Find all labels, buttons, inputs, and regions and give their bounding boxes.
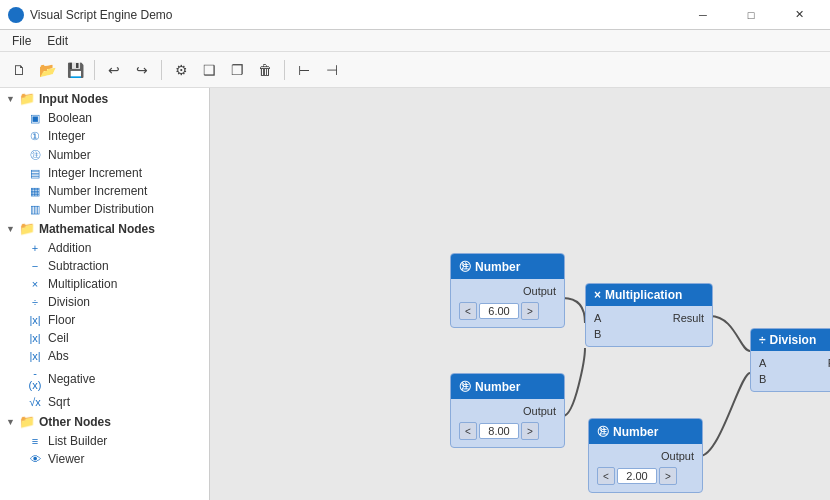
multiplication-icon: × (28, 278, 42, 290)
node-number3-body: Output < 2.00 > (589, 444, 702, 492)
toolbar-separator-2 (161, 60, 162, 80)
node-number2-value[interactable]: 8.00 (479, 423, 519, 439)
sidebar-section-input-nodes[interactable]: ▼ 📁 Input Nodes (0, 88, 209, 109)
sidebar-item-viewer[interactable]: 👁 Viewer (0, 450, 209, 468)
node-number3-icon: ㊟ (597, 423, 609, 440)
subtraction-icon: − (28, 260, 42, 272)
sidebar-item-abs[interactable]: |x| Abs (0, 347, 209, 365)
addition-icon: + (28, 242, 42, 254)
menu-edit[interactable]: Edit (39, 32, 76, 50)
sidebar-item-subtraction[interactable]: − Subtraction (0, 257, 209, 275)
sidebar-item-number[interactable]: ㊟ Number (0, 145, 209, 164)
sidebar-item-division[interactable]: ÷ Division (0, 293, 209, 311)
window-controls: ─ □ ✕ (680, 0, 822, 30)
sidebar-item-subtraction-label: Subtraction (48, 259, 109, 273)
sidebar-item-addition-label: Addition (48, 241, 91, 255)
folder-math-nodes-icon: 📁 (19, 221, 35, 236)
node-number3-decrement[interactable]: < (597, 467, 615, 485)
align-right-button[interactable]: ⊣ (319, 57, 345, 83)
node-multiplication-a-row: A Result (594, 310, 704, 326)
sidebar-item-addition[interactable]: + Addition (0, 239, 209, 257)
integer-icon: ① (28, 130, 42, 143)
node-number3-value[interactable]: 2.00 (617, 468, 657, 484)
node-division-b-label: B (759, 373, 766, 385)
sidebar-item-multiplication[interactable]: × Multiplication (0, 275, 209, 293)
node-division[interactable]: ÷ Division A Result B (750, 328, 830, 392)
align-left-button[interactable]: ⊢ (291, 57, 317, 83)
node-number3-output-row: Output (597, 448, 694, 464)
list-builder-icon: ≡ (28, 435, 42, 447)
paste-button[interactable]: ❐ (224, 57, 250, 83)
arrow-other-nodes: ▼ (6, 417, 15, 427)
maximize-button[interactable]: □ (728, 0, 774, 30)
titlebar: Visual Script Engine Demo ─ □ ✕ (0, 0, 830, 30)
sidebar-item-integer-increment[interactable]: ▤ Integer Increment (0, 164, 209, 182)
copy-button[interactable]: ❑ (196, 57, 222, 83)
node-number2-body: Output < 8.00 > (451, 399, 564, 447)
sqrt-icon: √x (28, 396, 42, 408)
node-multiplication[interactable]: × Multiplication A Result B (585, 283, 713, 347)
negative-icon: -(x) (28, 367, 42, 391)
sidebar: ▼ 📁 Input Nodes ▣ Boolean ① Integer ㊟ Nu… (0, 88, 210, 500)
sidebar-item-number-distribution[interactable]: ▥ Number Distribution (0, 200, 209, 218)
viewer-sidebar-icon: 👁 (28, 453, 42, 465)
node-number2-title: Number (475, 380, 520, 394)
settings-button[interactable]: ⚙ (168, 57, 194, 83)
sidebar-item-negative[interactable]: -(x) Negative (0, 365, 209, 393)
sidebar-item-ceil[interactable]: |x| Ceil (0, 329, 209, 347)
close-button[interactable]: ✕ (776, 0, 822, 30)
minimize-button[interactable]: ─ (680, 0, 726, 30)
sidebar-item-sqrt[interactable]: √x Sqrt (0, 393, 209, 411)
node-division-title: Division (770, 333, 817, 347)
node-number1-decrement[interactable]: < (459, 302, 477, 320)
sidebar-item-integer[interactable]: ① Integer (0, 127, 209, 145)
save-button[interactable]: 💾 (62, 57, 88, 83)
toolbar: 🗋 📂 💾 ↩ ↪ ⚙ ❑ ❐ 🗑 ⊢ ⊣ (0, 52, 830, 88)
node-multiplication-result-label: Result (673, 312, 704, 324)
node-multiplication-a-label: A (594, 312, 601, 324)
arrow-input-nodes: ▼ (6, 94, 15, 104)
sidebar-item-sqrt-label: Sqrt (48, 395, 70, 409)
sidebar-item-integer-increment-label: Integer Increment (48, 166, 142, 180)
sidebar-item-abs-label: Abs (48, 349, 69, 363)
node-number3-header: ㊟ Number (589, 419, 702, 444)
node-number2[interactable]: ㊟ Number Output < 8.00 > (450, 373, 565, 448)
node-number1-icon: ㊟ (459, 258, 471, 275)
new-button[interactable]: 🗋 (6, 57, 32, 83)
delete-button[interactable]: 🗑 (252, 57, 278, 83)
number-distribution-icon: ▥ (28, 203, 42, 216)
node-number1[interactable]: ㊟ Number Output < 6.00 > (450, 253, 565, 328)
sidebar-item-floor[interactable]: |x| Floor (0, 311, 209, 329)
node-number1-increment[interactable]: > (521, 302, 539, 320)
app-title: Visual Script Engine Demo (30, 8, 680, 22)
sidebar-item-number-increment[interactable]: ▦ Number Increment (0, 182, 209, 200)
sidebar-item-multiplication-label: Multiplication (48, 277, 117, 291)
node-division-b-row: B (759, 371, 830, 387)
node-number3[interactable]: ㊟ Number Output < 2.00 > (588, 418, 703, 493)
node-number2-control: < 8.00 > (459, 422, 556, 440)
node-multiplication-body: A Result B (586, 306, 712, 346)
folder-other-nodes-icon: 📁 (19, 414, 35, 429)
sidebar-section-other-nodes[interactable]: ▼ 📁 Other Nodes (0, 411, 209, 432)
sidebar-item-boolean[interactable]: ▣ Boolean (0, 109, 209, 127)
sidebar-item-list-builder[interactable]: ≡ List Builder (0, 432, 209, 450)
sidebar-section-input-nodes-label: Input Nodes (39, 92, 108, 106)
node-number1-value[interactable]: 6.00 (479, 303, 519, 319)
node-number3-increment[interactable]: > (659, 467, 677, 485)
node-number3-title: Number (613, 425, 658, 439)
sidebar-item-integer-label: Integer (48, 129, 85, 143)
abs-icon: |x| (28, 350, 42, 362)
sidebar-section-math-nodes[interactable]: ▼ 📁 Mathematical Nodes (0, 218, 209, 239)
sidebar-item-floor-label: Floor (48, 313, 75, 327)
node-number1-header: ㊟ Number (451, 254, 564, 279)
node-number2-decrement[interactable]: < (459, 422, 477, 440)
node-number2-output-row: Output (459, 403, 556, 419)
undo-button[interactable]: ↩ (101, 57, 127, 83)
ceil-icon: |x| (28, 332, 42, 344)
canvas[interactable]: ㊟ Number Output < 6.00 > ㊟ Number (210, 88, 830, 500)
open-button[interactable]: 📂 (34, 57, 60, 83)
menu-file[interactable]: File (4, 32, 39, 50)
node-number2-increment[interactable]: > (521, 422, 539, 440)
division-icon: ÷ (28, 296, 42, 308)
redo-button[interactable]: ↪ (129, 57, 155, 83)
